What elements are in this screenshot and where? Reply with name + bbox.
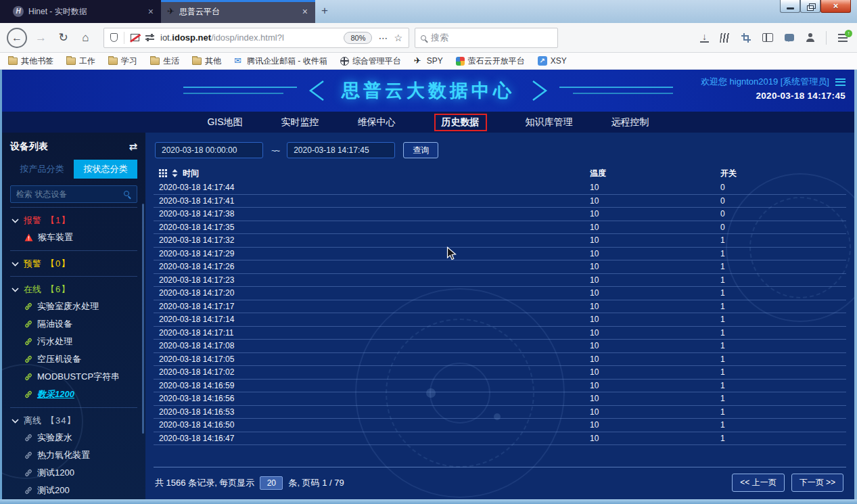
bookmark-icon <box>108 58 118 65</box>
device-tree-row[interactable]: 猴车装置 <box>10 229 137 246</box>
device-tree-row[interactable]: 报警 【1】 <box>10 207 137 229</box>
browser-tab[interactable]: Hinet - 实时数据 × <box>7 0 161 23</box>
bookmark-label: 其他 <box>205 55 221 67</box>
device-tree-row[interactable]: 预警 【0】 <box>10 250 137 272</box>
bookmark-item[interactable]: 其他 <box>192 55 221 67</box>
nav-tab[interactable]: 实时监控 <box>281 116 319 129</box>
search-icon[interactable] <box>124 191 129 196</box>
table-row: 2020-03-18 14:17:20 10 1 <box>154 287 846 300</box>
back-button[interactable]: ← <box>7 28 27 48</box>
query-button[interactable]: 查询 <box>403 142 438 158</box>
header-decoration-right <box>530 79 673 102</box>
close-window-button[interactable]: × <box>820 0 851 13</box>
bookmark-item[interactable]: 萤石云开放平台 <box>456 55 525 67</box>
insecure-connection-icon[interactable] <box>131 34 139 41</box>
column-label-time: 时间 <box>183 168 199 179</box>
pagination-bar: 共 1566 条记录, 每页显示 条, 页码 1 / 79 << 上一页 下一页… <box>154 467 846 499</box>
cell-temperature: 10 <box>590 249 720 258</box>
device-tree-row[interactable]: 数采1200 <box>10 386 137 403</box>
sidebar-scrollbar[interactable] <box>142 204 144 434</box>
minimize-button[interactable] <box>780 0 800 13</box>
chat-icon[interactable] <box>785 34 794 41</box>
sidebar-tab[interactable]: 按产品分类 <box>10 160 74 179</box>
device-tree-row[interactable]: MODBUSTCP字符串 <box>10 368 137 386</box>
device-search-input[interactable] <box>10 185 137 203</box>
cell-temperature: 10 <box>590 434 720 443</box>
bookmark-icon <box>414 56 423 66</box>
account-icon[interactable] <box>806 33 814 42</box>
device-tree-row[interactable]: 隔油设备 <box>10 315 137 333</box>
device-tree-row[interactable]: 污水处理 <box>10 333 137 350</box>
tab-close-icon[interactable]: × <box>301 6 309 17</box>
grid-view-icon[interactable] <box>159 169 167 177</box>
forward-button[interactable]: → <box>32 31 49 45</box>
browser-tab[interactable]: 思普云平台 × <box>161 0 315 23</box>
permissions-icon[interactable] <box>145 34 154 41</box>
chevron-down-icon <box>11 288 19 292</box>
tracking-shield-icon[interactable] <box>110 33 118 42</box>
device-tree-row[interactable]: 离线 【34】 <box>10 407 137 429</box>
nav-tab[interactable]: GIS地图 <box>207 116 242 129</box>
device-tree-row[interactable]: 测试200 <box>10 482 137 499</box>
swap-icon[interactable]: ⇄ <box>129 141 137 153</box>
sort-icon[interactable] <box>172 169 178 177</box>
device-tree-row[interactable]: 在线 【6】 <box>10 276 137 298</box>
bookmark-item[interactable]: SPY <box>414 56 443 66</box>
bookmark-item[interactable]: 学习 <box>108 55 137 67</box>
prev-page-button[interactable]: << 上一页 <box>732 474 784 492</box>
downloads-icon[interactable]: ↓ <box>700 32 709 43</box>
cell-temperature: 10 <box>590 328 720 338</box>
end-datetime-input[interactable] <box>287 142 395 158</box>
cell-switch: 1 <box>720 275 846 285</box>
link-icon <box>24 486 32 495</box>
bookmark-item[interactable]: 腾讯企业邮箱 - 收件箱 <box>234 55 327 67</box>
url-bar[interactable]: iot.idosp.net/idosp/index.html?l 80% ⋯ ☆ <box>103 28 409 48</box>
bookmark-item[interactable]: 生活 <box>150 55 179 67</box>
url-domain: idosp.net <box>172 32 211 43</box>
page-actions-icon[interactable]: ⋯ <box>378 32 388 43</box>
nav-tab[interactable]: 知识库管理 <box>526 116 573 129</box>
bookmark-star-icon[interactable]: ☆ <box>394 32 402 43</box>
device-label: 猴车装置 <box>38 231 73 244</box>
table-row: 2020-03-18 14:16:53 10 1 <box>154 406 846 419</box>
search-input[interactable] <box>431 32 552 43</box>
device-sidebar: 设备列表 ⇄ 按产品分类 按状态分类 <box>2 133 145 499</box>
bookmark-icon <box>150 58 160 65</box>
bookmark-item[interactable]: XSY <box>538 56 567 66</box>
zoom-level-badge[interactable]: 80% <box>344 32 372 44</box>
nav-tab[interactable]: 维保中心 <box>358 116 396 129</box>
sidebars-icon[interactable] <box>762 33 773 42</box>
search-bar[interactable] <box>415 28 558 48</box>
cell-time: 2020-03-18 14:16:50 <box>154 420 590 430</box>
bookmark-item[interactable]: 其他书签 <box>8 55 53 67</box>
link-icon <box>24 320 32 328</box>
cell-temperature: 10 <box>590 302 720 311</box>
device-tree-row[interactable]: 空压机设备 <box>10 350 137 368</box>
library-icon[interactable] <box>720 33 730 43</box>
new-tab-button[interactable]: + <box>315 0 334 23</box>
nav-tab[interactable]: 历史数据 <box>434 114 487 131</box>
tab-close-icon[interactable]: × <box>147 6 155 17</box>
home-button[interactable]: ⌂ <box>77 31 94 45</box>
device-tree-row[interactable]: 热力氧化装置 <box>10 446 137 464</box>
table-row: 2020-03-18 14:16:59 10 1 <box>154 380 846 393</box>
cell-switch: 1 <box>720 420 846 430</box>
pagination-summary-prefix: 共 1566 条记录, 每页显示 <box>155 477 254 489</box>
start-datetime-input[interactable] <box>155 142 263 158</box>
restore-button[interactable] <box>800 0 820 13</box>
cell-switch: 1 <box>720 235 846 245</box>
page-size-input[interactable] <box>260 476 283 490</box>
screenshot-icon[interactable] <box>741 33 751 43</box>
bookmark-label: 学习 <box>121 55 137 67</box>
bookmark-item[interactable]: 综合管理平台 <box>340 55 401 67</box>
bookmark-item[interactable]: 工作 <box>66 55 95 67</box>
device-tree-row[interactable]: 实验室废水处理 <box>10 298 137 315</box>
next-page-button[interactable]: 下一页 >> <box>791 474 843 492</box>
device-tree-row[interactable]: 测试1200 <box>10 464 137 482</box>
reload-button[interactable]: ↻ <box>55 30 72 45</box>
sidebar-tab[interactable]: 按状态分类 <box>74 160 137 179</box>
list-menu-icon[interactable] <box>835 78 846 86</box>
nav-tab[interactable]: 远程控制 <box>611 116 649 129</box>
menu-icon[interactable] <box>838 34 848 42</box>
device-tree-row[interactable]: 实验废水 <box>10 429 137 446</box>
